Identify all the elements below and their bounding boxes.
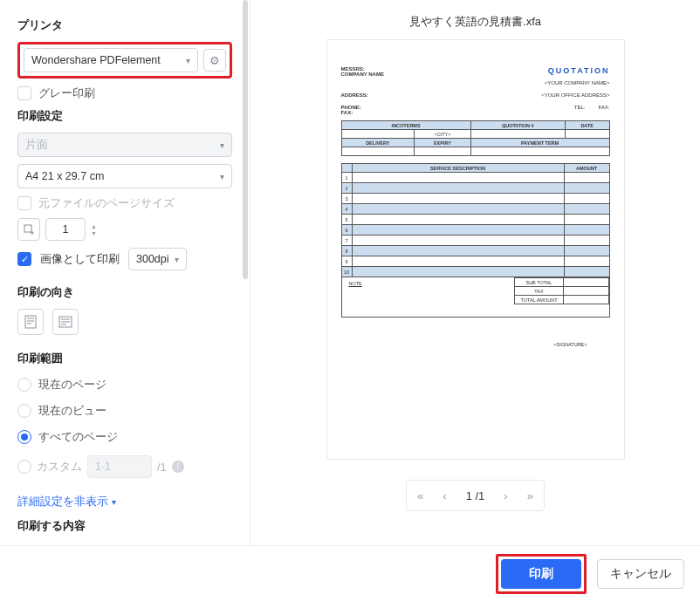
paper-size-select[interactable]: A4 21 x 29.7 cm ▾	[17, 164, 232, 188]
th-incoterms: INCOTERMS	[341, 121, 470, 130]
doc-fax2: FAX:	[598, 105, 609, 110]
paper-size-label: A4 21 x 29.7 cm	[25, 170, 104, 182]
gear-icon: ⚙	[209, 54, 220, 67]
svg-rect-3	[25, 316, 36, 328]
doc-note: NOTE	[342, 277, 362, 286]
copies-icon-button[interactable]	[17, 218, 40, 241]
custom-range-value: 1-1	[95, 461, 111, 473]
doc-signature: <SIGNATURE>	[341, 342, 610, 347]
cancel-button[interactable]: キャンセル	[597, 559, 684, 589]
duplex-label: 片面	[25, 138, 48, 153]
orientation-title: 印刷の向き	[17, 284, 232, 300]
chevron-down-icon: ▾	[186, 56, 190, 65]
print-button[interactable]: 印刷	[501, 559, 581, 589]
print-content-title: 印刷する内容	[17, 518, 232, 534]
svg-rect-0	[24, 225, 31, 232]
chevron-down-icon: ▾	[112, 497, 116, 507]
next-page-button[interactable]: ›	[504, 489, 507, 502]
chevron-down-icon: ▾	[175, 255, 179, 264]
range-title: 印刷範囲	[17, 351, 232, 366]
doc-fax: FAX:	[341, 110, 353, 115]
printer-highlight: Wondershare PDFelement ▾ ⚙	[17, 42, 232, 79]
preview-pane: 見やすく英語の見積書.xfa MESSRS: COMPANY NAME QUOT…	[250, 0, 700, 545]
print-sidebar: プリンタ Wondershare PDFelement ▾ ⚙ グレー印刷 印刷…	[0, 0, 250, 545]
td-tax: TAX	[515, 287, 563, 296]
doc-company: COMPANY NAME	[341, 72, 384, 77]
th-quotation-num: QUOTATION #	[470, 121, 565, 130]
info-icon: !	[172, 461, 184, 473]
print-settings-title: 印刷設定	[17, 108, 232, 124]
dpi-value: 300dpi	[136, 253, 169, 265]
scrollbar[interactable]	[243, 0, 248, 545]
td-total: TOTAL AMOUNT	[515, 296, 563, 304]
range-current-page-radio[interactable]	[17, 378, 31, 392]
doc-service-table: SERVICE DESCRIPTIONAMOUNT 1 2 3 4 5 6 7 …	[341, 163, 610, 277]
range-current-view-label: 現在のビュー	[38, 403, 106, 419]
copies-input[interactable]: 1	[45, 218, 86, 241]
doc-address-label: ADDRESS:	[341, 92, 368, 98]
file-title: 見やすく英語の見積書.xfa	[409, 14, 541, 30]
range-current-page-label: 現在のページ	[38, 377, 106, 393]
th-service-desc: SERVICE DESCRIPTION	[352, 164, 564, 173]
td-city: <CITY>	[415, 130, 471, 139]
th-date: DATE	[565, 121, 609, 130]
duplex-select[interactable]: 片面 ▾	[17, 133, 232, 157]
advanced-toggle[interactable]: 詳細設定を非表示 ▾	[17, 494, 232, 509]
copies-icon	[23, 223, 35, 236]
page-preview: MESSRS: COMPANY NAME QUOTATION <YOUR COM…	[327, 40, 624, 459]
th-payment: PAYMENT TERM	[470, 139, 609, 147]
orientation-landscape-button[interactable]	[52, 309, 79, 335]
print-as-image-label: 画像として印刷	[40, 251, 120, 267]
th-delivery: DELIVERY	[341, 139, 415, 147]
orientation-portrait-button[interactable]	[17, 309, 44, 335]
portrait-icon	[24, 315, 37, 329]
page-indicator: 1 /1	[466, 489, 485, 502]
chevron-down-icon: ▼	[91, 230, 97, 236]
print-button-highlight: 印刷	[496, 554, 587, 594]
chevron-down-icon: ▾	[220, 140, 224, 150]
prev-page-button[interactable]: ‹	[443, 489, 446, 502]
gray-print-label: グレー印刷	[38, 85, 95, 101]
doc-your-office: <YOUR OFFICE ADDRESS>	[541, 92, 609, 98]
last-page-button[interactable]: »	[527, 489, 533, 502]
copies-value: 1	[63, 223, 69, 236]
doc-header-table-1: INCOTERMSQUOTATION #DATE <CITY> DELIVERY…	[341, 120, 610, 156]
print-as-image-checkbox[interactable]: ✓	[17, 252, 31, 266]
doc-quotation-title: QUOTATION	[545, 66, 610, 75]
th-expiry: EXPIRY	[415, 139, 471, 147]
printer-select[interactable]: Wondershare PDFelement ▾	[24, 48, 198, 72]
th-amount: AMOUNT	[564, 164, 609, 173]
range-custom-label: カスタム	[37, 459, 82, 475]
chevron-up-icon: ▲	[91, 223, 97, 229]
printer-section-title: プリンタ	[17, 17, 232, 33]
range-current-view-radio[interactable]	[17, 404, 31, 418]
custom-range-input[interactable]: 1-1	[87, 455, 152, 478]
first-page-button[interactable]: «	[417, 489, 423, 502]
printer-settings-button[interactable]: ⚙	[203, 49, 226, 72]
range-custom-radio[interactable]	[17, 460, 31, 474]
source-size-label: 元ファイルのページサイズ	[38, 195, 175, 211]
copies-stepper[interactable]: ▲ ▼	[91, 223, 97, 236]
doc-totals-table: SUB TOTAL TAX TOTAL AMOUNT	[514, 277, 608, 304]
td-subtotal: SUB TOTAL	[515, 278, 563, 287]
printer-selected-label: Wondershare PDFelement	[31, 54, 161, 66]
dpi-select[interactable]: 300dpi ▾	[128, 248, 187, 270]
source-size-checkbox[interactable]	[17, 196, 31, 210]
doc-tel: TEL:	[574, 105, 586, 110]
gray-print-checkbox[interactable]	[17, 86, 31, 100]
advanced-label: 詳細設定を非表示	[17, 494, 108, 509]
landscape-icon	[58, 316, 72, 328]
custom-range-total: /1	[157, 461, 167, 474]
chevron-down-icon: ▾	[220, 172, 224, 181]
dialog-footer: 印刷 キャンセル	[0, 545, 700, 601]
page-navigator: « ‹ 1 /1 › »	[406, 480, 545, 511]
range-all-pages-label: すべてのページ	[38, 429, 118, 445]
range-all-pages-radio[interactable]	[17, 430, 31, 444]
doc-your-company: <YOUR COMPANY NAME>	[545, 80, 610, 85]
